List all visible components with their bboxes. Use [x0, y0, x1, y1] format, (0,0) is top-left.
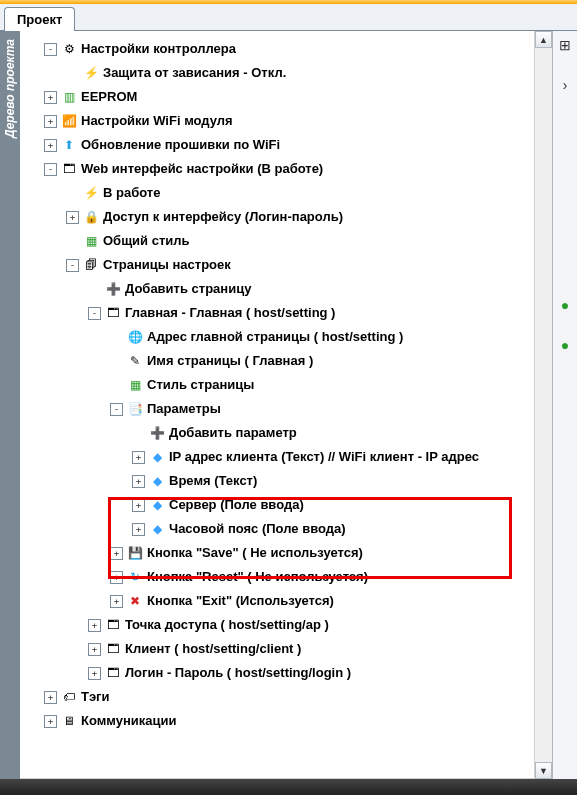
tree-node[interactable]: -🗔Web интерфейс настройки (В работе)	[24, 157, 531, 181]
tree-node-label: Логин - Пароль ( host/setting/login )	[125, 661, 351, 685]
tree-node[interactable]: +◆Часовой пояс (Поле ввода)	[24, 517, 531, 541]
globe-icon: 🌐	[127, 329, 143, 345]
collapse-icon[interactable]: -	[110, 403, 123, 416]
expand-icon[interactable]: +	[44, 91, 57, 104]
tree-node[interactable]: +🔒Доступ к интерфейсу (Логин-пароль)	[24, 205, 531, 229]
chip-icon: ▥	[61, 89, 77, 105]
tree-node[interactable]: 🌐Адрес главной страницы ( host/setting )	[24, 325, 531, 349]
tree-node[interactable]: +🏷Тэги	[24, 685, 531, 709]
exit-icon: ✖	[127, 593, 143, 609]
expand-icon[interactable]: +	[132, 499, 145, 512]
tree-node[interactable]: -📑Параметры	[24, 397, 531, 421]
collapse-icon[interactable]: -	[66, 259, 79, 272]
tree-node-label: Сервер (Поле ввода)	[169, 493, 304, 517]
right-glyph-2[interactable]: ›	[563, 77, 568, 93]
tree-node-label: Кнопка "Save" ( Не используется)	[147, 541, 363, 565]
tree-node-label: Параметры	[147, 397, 221, 421]
tree-node-label: Точка доступа ( host/setting/ap )	[125, 613, 329, 637]
tree-node-label: Кнопка "Reset" ( Не используется)	[147, 565, 368, 589]
expand-icon[interactable]: +	[44, 139, 57, 152]
tree-node[interactable]: +✖Кнопка "Exit" (Используется)	[24, 589, 531, 613]
tree-node-label: Коммуникации	[81, 709, 177, 733]
right-glyph-3[interactable]: ●	[561, 297, 569, 313]
tree-node[interactable]: ➕Добавить параметр	[24, 421, 531, 445]
collapse-icon[interactable]: -	[44, 43, 57, 56]
right-glyph-4[interactable]: ●	[561, 337, 569, 353]
expand-icon[interactable]: +	[110, 547, 123, 560]
expand-icon[interactable]: +	[132, 451, 145, 464]
project-tree-panel: -⚙Настройки контроллера⚡Защита от зависа…	[20, 31, 552, 795]
tree-node[interactable]: +📶Настройки WiFi модуля	[24, 109, 531, 133]
tree-node-label: Кнопка "Exit" (Используется)	[147, 589, 334, 613]
expand-icon[interactable]: +	[132, 523, 145, 536]
sidebar-title[interactable]: Дерево проекта	[0, 31, 20, 795]
gear-icon: ⚙	[61, 41, 77, 57]
add-page-icon: ➕	[105, 281, 121, 297]
tree-node-label: Добавить страницу	[125, 277, 251, 301]
tree-viewport: -⚙Настройки контроллера⚡Защита от зависа…	[20, 31, 535, 779]
wifi-icon: 📶	[61, 113, 77, 129]
collapse-icon[interactable]: -	[44, 163, 57, 176]
tree-node[interactable]: ➕Добавить страницу	[24, 277, 531, 301]
tree-node[interactable]: +🗔Клиент ( host/setting/client )	[24, 637, 531, 661]
project-tree[interactable]: -⚙Настройки контроллера⚡Защита от зависа…	[20, 31, 535, 739]
expand-icon[interactable]: +	[44, 691, 57, 704]
window-icon: 🗔	[61, 161, 77, 177]
tree-node[interactable]: +🖥Коммуникации	[24, 709, 531, 733]
tree-node[interactable]: ⚡В работе	[24, 181, 531, 205]
scroll-down-button[interactable]: ▼	[535, 762, 552, 779]
lock-icon: 🔒	[83, 209, 99, 225]
tree-node-label: Доступ к интерфейсу (Логин-пароль)	[103, 205, 343, 229]
comm-icon: 🖥	[61, 713, 77, 729]
tree-node[interactable]: +🗔Точка доступа ( host/setting/ap )	[24, 613, 531, 637]
tree-node[interactable]: -🗔Главная - Главная ( host/setting )	[24, 301, 531, 325]
expand-icon[interactable]: +	[110, 595, 123, 608]
expand-icon[interactable]: +	[88, 667, 101, 680]
expand-icon[interactable]: +	[132, 475, 145, 488]
tree-node[interactable]: +↻Кнопка "Reset" ( Не используется)	[24, 565, 531, 589]
tree-node[interactable]: +◆IP адрес клиента (Текст) // WiFi клиен…	[24, 445, 531, 469]
tree-node[interactable]: ▦Общий стиль	[24, 229, 531, 253]
tab-project[interactable]: Проект	[4, 7, 75, 31]
vertical-scrollbar[interactable]: ▲ ▼	[534, 31, 552, 795]
tree-node[interactable]: +◆Сервер (Поле ввода)	[24, 493, 531, 517]
collapse-icon[interactable]: -	[88, 307, 101, 320]
tree-node[interactable]: +🗔Логин - Пароль ( host/setting/login )	[24, 661, 531, 685]
expand-icon[interactable]: +	[110, 571, 123, 584]
tree-node[interactable]: +⬆Обновление прошивки по WiFi	[24, 133, 531, 157]
expand-icon[interactable]: +	[66, 211, 79, 224]
tree-node-label: В работе	[103, 181, 160, 205]
tree-node[interactable]: ⚡Защита от зависания - Откл.	[24, 61, 531, 85]
tree-node[interactable]: ▦Стиль страницы	[24, 373, 531, 397]
expand-icon[interactable]: +	[88, 619, 101, 632]
expand-icon[interactable]: +	[44, 715, 57, 728]
reset-icon: ↻	[127, 569, 143, 585]
tree-node[interactable]: -🗐Страницы настроек	[24, 253, 531, 277]
right-glyph-1[interactable]: ⊞	[559, 37, 571, 53]
params-icon: 📑	[127, 401, 143, 417]
pencil-icon: ✎	[127, 353, 143, 369]
expand-icon[interactable]: +	[88, 643, 101, 656]
page-icon: 🗔	[105, 665, 121, 681]
tree-node-label: Web интерфейс настройки (В работе)	[81, 157, 323, 181]
tree-node-label: Имя страницы ( Главная )	[147, 349, 313, 373]
style-icon: ▦	[127, 377, 143, 393]
page-icon: 🗔	[105, 641, 121, 657]
tree-node[interactable]: ✎Имя страницы ( Главная )	[24, 349, 531, 373]
tree-node-label: Стиль страницы	[147, 373, 254, 397]
page-icon: 🗔	[105, 617, 121, 633]
tree-node[interactable]: +◆Время (Текст)	[24, 469, 531, 493]
tree-node[interactable]: +▥EEPROM	[24, 85, 531, 109]
expand-icon[interactable]: +	[44, 115, 57, 128]
tree-node[interactable]: +💾Кнопка "Save" ( Не используется)	[24, 541, 531, 565]
tree-node[interactable]: -⚙Настройки контроллера	[24, 37, 531, 61]
tree-node-label: Время (Текст)	[169, 469, 257, 493]
param-icon: ◆	[149, 473, 165, 489]
right-sidebar: ⊞ › ● ●	[552, 31, 577, 795]
tree-node-label: Обновление прошивки по WiFi	[81, 133, 280, 157]
tree-node-label: Добавить параметр	[169, 421, 297, 445]
param-icon: ◆	[149, 497, 165, 513]
scroll-up-button[interactable]: ▲	[535, 31, 552, 48]
param-icon: ◆	[149, 449, 165, 465]
tree-node-label: Настройки контроллера	[81, 37, 236, 61]
